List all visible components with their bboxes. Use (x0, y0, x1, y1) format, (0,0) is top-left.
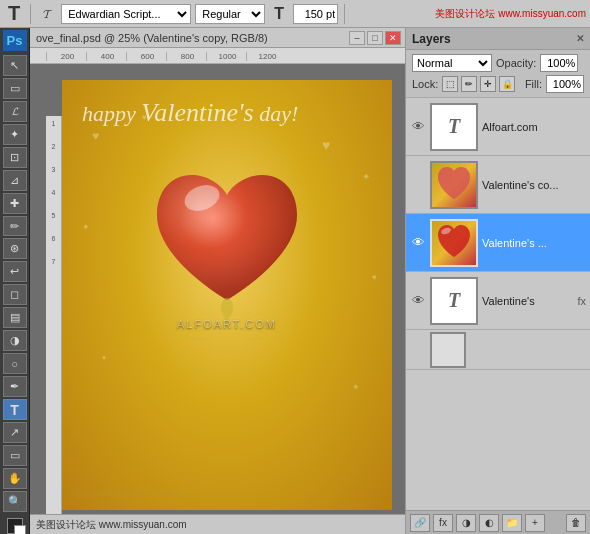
layer-item-empty[interactable] (406, 330, 590, 370)
brush-tool[interactable]: ✏ (3, 216, 27, 237)
layer-thumb-empty (430, 332, 466, 368)
svg-point-9 (221, 298, 233, 318)
restore-button[interactable]: □ (367, 31, 383, 45)
layer-thumb-valentines-copy (430, 161, 478, 209)
layer-fx-icon: fx (577, 295, 586, 307)
pen-tool[interactable]: ✒ (3, 376, 27, 397)
layers-panel-header: Layers ✕ (406, 28, 590, 50)
document-title-bar: ove_final.psd @ 25% (Valentine's copy, R… (30, 28, 405, 48)
layer-new-button[interactable]: + (525, 514, 545, 532)
font-size-icon: T (269, 4, 289, 24)
lock-icons: ⬚ ✏ ✛ 🔒 (442, 76, 515, 92)
canvas-watermark-bottom: 论坛 www.KISSY/UAN.com (72, 487, 182, 500)
layer-thumb-alfoart: T (430, 103, 478, 151)
opacity-label: Opacity: (496, 57, 536, 69)
shape-tool[interactable]: ▭ (3, 445, 27, 466)
healing-tool[interactable]: ✚ (3, 193, 27, 214)
magic-wand-tool[interactable]: ✦ (3, 124, 27, 145)
lock-transparent-button[interactable]: ⬚ (442, 76, 458, 92)
separator-2 (344, 4, 345, 24)
lock-paint-button[interactable]: ✏ (461, 76, 477, 92)
layer-name-valentines-copy: Valentine's co... (482, 179, 586, 191)
lock-all-button[interactable]: 🔒 (499, 76, 515, 92)
ruler-mark-1200: 1200 (246, 52, 286, 61)
lock-label: Lock: (412, 78, 438, 90)
layer-visibility-valentines[interactable]: 👁 (410, 235, 426, 251)
ruler-marks: 200 400 600 800 1000 1200 (30, 52, 286, 61)
toolbar-right: 美图设计论坛 www.missyuan.com (435, 7, 586, 21)
layers-close-button[interactable]: ✕ (576, 33, 584, 44)
font-style-select[interactable]: Regular (195, 4, 265, 24)
ruler-top: 200 400 600 800 1000 1200 (30, 48, 405, 64)
layers-panel: Layers ✕ Normal Opacity: Lock: ⬚ ✏ ✛ 🔒 (405, 28, 590, 534)
svg-point-11 (187, 329, 267, 340)
background-color[interactable] (14, 525, 26, 534)
layers-controls: Normal Opacity: Lock: ⬚ ✏ ✛ 🔒 Fill: (406, 50, 590, 98)
ruler-mark-400: 400 (86, 52, 126, 61)
history-brush-tool[interactable]: ↩ (3, 261, 27, 282)
layer-item-valentines-selected[interactable]: 👁 Valentine's ... (406, 214, 590, 272)
left-tools-panel: Ps ↖ ▭ 𝓛 ✦ ⊡ ⊿ ✚ ✏ ⊛ ↩ ◻ ▤ ◑ ○ ✒ T ↗ ▭ ✋… (0, 28, 30, 534)
canvas-valentine-text: happy Valentine's day! (82, 98, 298, 128)
font-family-select[interactable]: Edwardian Script... (61, 4, 191, 24)
status-bar: 美图设计论坛 www.missyuan.com (30, 514, 405, 534)
layer-name-alfoart: Alfoart.com (482, 121, 586, 133)
eyedropper-tool[interactable]: ⊿ (3, 170, 27, 191)
layers-row1: Normal Opacity: (412, 54, 584, 72)
lock-position-button[interactable]: ✛ (480, 76, 496, 92)
layers-footer: 🔗 fx ◑ ◐ 📁 + 🗑 (406, 510, 590, 534)
blur-tool[interactable]: ◑ (3, 330, 27, 351)
layers-title: Layers (412, 32, 451, 46)
layer-folder-button[interactable]: 📁 (502, 514, 522, 532)
fill-input[interactable] (546, 75, 584, 93)
canvas-image[interactable]: ♥ ♥ ♥ ✦ ✦ ♥ ♥ ✦ happy Valentine's day! (62, 80, 392, 510)
layer-adjustment-button[interactable]: ◐ (479, 514, 499, 532)
font-size-input[interactable] (293, 4, 338, 24)
ruler-left: 1234567 (46, 116, 62, 514)
path-selection-tool[interactable]: ↗ (3, 422, 27, 443)
separator-1 (30, 4, 31, 24)
layer-link-button[interactable]: 🔗 (410, 514, 430, 532)
text-tool-button[interactable]: T (4, 2, 24, 25)
hand-tool[interactable]: ✋ (3, 468, 27, 489)
layer-mask-button[interactable]: ◑ (456, 514, 476, 532)
ruler-mark-800: 800 (166, 52, 206, 61)
layers-row2: Lock: ⬚ ✏ ✛ 🔒 Fill: (412, 75, 584, 93)
layer-visibility-valentines-copy[interactable] (410, 177, 426, 193)
status-text: 美图设计论坛 www.missyuan.com (36, 518, 187, 532)
layer-thumb-valentines-text: T (430, 277, 478, 325)
layer-visibility-empty[interactable] (410, 342, 426, 358)
eraser-tool[interactable]: ◻ (3, 284, 27, 305)
foreground-color[interactable] (7, 518, 23, 534)
layer-item-alfoart[interactable]: 👁 T Alfoart.com (406, 98, 590, 156)
font-style-icon: 𝓣 (37, 4, 57, 24)
layer-visibility-valentines-text[interactable]: 👁 (410, 293, 426, 309)
dodge-tool[interactable]: ○ (3, 353, 27, 374)
crop-tool[interactable]: ⊡ (3, 147, 27, 168)
toolbar-watermark: 美图设计论坛 www.missyuan.com (435, 7, 586, 21)
move-tool[interactable]: ↖ (3, 55, 27, 76)
layer-fx-button[interactable]: fx (433, 514, 453, 532)
layer-visibility-alfoart[interactable]: 👁 (410, 119, 426, 135)
clone-tool[interactable]: ⊛ (3, 238, 27, 259)
zoom-tool[interactable]: 🔍 (3, 491, 27, 512)
close-button[interactable]: ✕ (385, 31, 401, 45)
layer-name-valentines-selected: Valentine's ... (482, 237, 586, 249)
layer-item-valentines-copy[interactable]: Valentine's co... (406, 156, 590, 214)
marquee-tool[interactable]: ▭ (3, 78, 27, 99)
gradient-tool[interactable]: ▤ (3, 307, 27, 328)
main-area: Ps ↖ ▭ 𝓛 ✦ ⊡ ⊿ ✚ ✏ ⊛ ↩ ◻ ▤ ◑ ○ ✒ T ↗ ▭ ✋… (0, 28, 590, 534)
text-tool[interactable]: T (3, 399, 27, 420)
blend-mode-select[interactable]: Normal (412, 54, 492, 72)
layers-list: 👁 T Alfoart.com Valentine's co... (406, 98, 590, 510)
top-toolbar: T 𝓣 Edwardian Script... Regular T 美图设计论坛… (0, 0, 590, 28)
ruler-mark-600: 600 (126, 52, 166, 61)
canvas-container[interactable]: 1234567 ♥ ♥ ♥ ✦ ✦ ♥ ♥ ✦ (46, 80, 405, 514)
layer-delete-button[interactable]: 🗑 (566, 514, 586, 532)
layer-thumb-valentines-selected (430, 219, 478, 267)
document-area: ove_final.psd @ 25% (Valentine's copy, R… (30, 28, 405, 534)
layer-item-valentines-text[interactable]: 👁 T Valentine's fx (406, 272, 590, 330)
opacity-input[interactable] (540, 54, 578, 72)
minimize-button[interactable]: – (349, 31, 365, 45)
lasso-tool[interactable]: 𝓛 (3, 101, 27, 122)
